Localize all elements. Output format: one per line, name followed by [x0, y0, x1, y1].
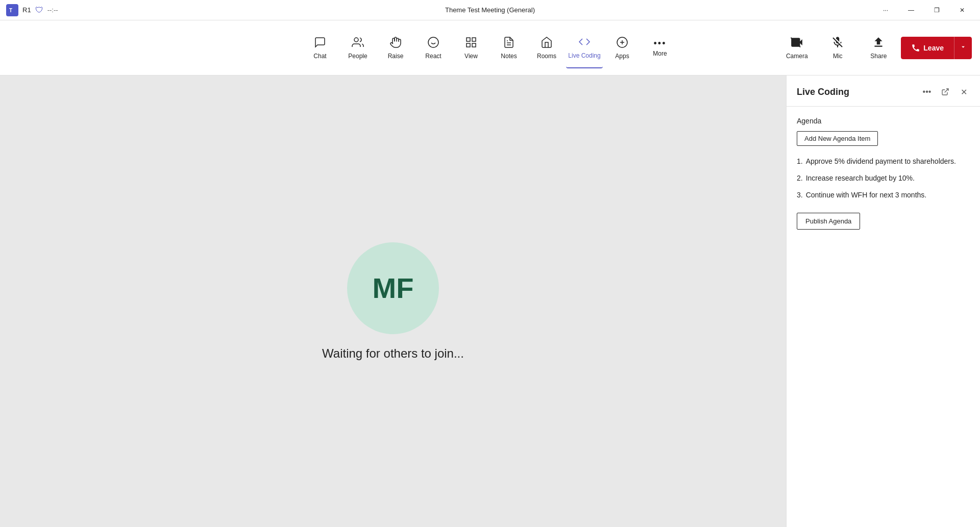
camera-button[interactable]: Camera — [778, 28, 815, 68]
svg-point-2 — [354, 38, 358, 42]
panel-header: Live Coding ••• ✕ — [787, 76, 980, 107]
notes-icon — [503, 36, 515, 51]
raise-icon — [389, 36, 402, 51]
meeting-toolbar: Chat People — [0, 20, 980, 76]
camera-label: Camera — [786, 53, 808, 60]
leave-container: Leave — [901, 37, 972, 59]
agenda-num-2: 2. — [797, 173, 803, 184]
more-options-button[interactable]: ··· — [874, 2, 897, 18]
notes-button[interactable]: Notes — [491, 28, 527, 68]
agenda-text-3: Continue with WFH for next 3 months. — [806, 190, 927, 200]
avatar-initials: MF — [373, 271, 414, 305]
live-coding-label: Live Coding — [568, 52, 600, 59]
panel-actions: ••• ✕ — [919, 84, 972, 100]
mic-label: Mic — [833, 53, 843, 60]
live-coding-button[interactable]: Live Coding — [566, 28, 603, 68]
user-avatar: MF — [347, 242, 439, 334]
more-label: More — [653, 50, 667, 57]
agenda-text-2: Increase research budget by 10%. — [806, 173, 915, 184]
agenda-label: Agenda — [797, 117, 970, 125]
panel-content: Agenda Add New Agenda Item 1. Approve 5%… — [787, 107, 980, 527]
share-button[interactable]: Share — [860, 28, 897, 68]
maximize-button[interactable]: ❐ — [925, 2, 948, 18]
react-icon — [427, 36, 439, 51]
agenda-text-1: Approve 5% dividend payment to sharehold… — [806, 156, 956, 167]
leave-dropdown-button[interactable] — [954, 37, 972, 59]
teams-logo: T — [6, 4, 18, 16]
live-coding-panel: Live Coding ••• ✕ Agenda Add New Agenda … — [786, 76, 980, 527]
camera-icon — [790, 36, 803, 51]
agenda-num-1: 1. — [797, 156, 803, 167]
titlebar: T R1 🛡 --:-- Theme Test Meeting (General… — [0, 0, 980, 20]
svg-rect-9 — [467, 43, 470, 47]
waiting-text: Waiting for others to join... — [322, 346, 464, 361]
window-title: Theme Test Meeting (General) — [445, 6, 535, 14]
apps-icon — [616, 36, 628, 51]
view-icon — [465, 36, 477, 51]
popout-icon — [941, 88, 949, 96]
more-icon: ••• — [654, 39, 667, 48]
agenda-num-3: 3. — [797, 190, 803, 200]
agenda-item-1: 1. Approve 5% dividend payment to shareh… — [797, 156, 970, 167]
svg-rect-7 — [472, 38, 476, 41]
panel-title: Live Coding — [797, 87, 849, 97]
titlebar-left: T R1 🛡 --:-- — [6, 4, 58, 16]
svg-line-15 — [945, 89, 948, 92]
svg-point-3 — [428, 37, 438, 47]
chat-icon — [314, 36, 326, 51]
leave-label: Leave — [923, 44, 944, 52]
people-icon — [352, 36, 364, 51]
agenda-item-3: 3. Continue with WFH for next 3 months. — [797, 190, 970, 200]
time-display: --:-- — [47, 6, 58, 14]
svg-rect-8 — [472, 43, 476, 47]
svg-rect-6 — [467, 38, 470, 41]
svg-text:T: T — [9, 8, 12, 13]
chat-button[interactable]: Chat — [302, 28, 338, 68]
minimize-button[interactable]: — — [899, 2, 923, 18]
video-area: MF Waiting for others to join... — [0, 76, 786, 527]
panel-close-button[interactable]: ✕ — [955, 84, 972, 100]
share-icon — [872, 36, 885, 51]
chat-label: Chat — [313, 53, 326, 60]
rooms-label: Rooms — [537, 53, 556, 60]
rooms-button[interactable]: Rooms — [528, 28, 565, 68]
react-label: React — [425, 53, 441, 60]
panel-more-button[interactable]: ••• — [919, 84, 935, 100]
window-controls: ··· — ❐ ✕ — [874, 2, 974, 18]
mic-icon — [831, 36, 844, 51]
apps-button[interactable]: Apps — [604, 28, 641, 68]
leave-button[interactable]: Leave — [901, 37, 954, 59]
chevron-down-icon — [960, 43, 967, 51]
agenda-item-2: 2. Increase research budget by 10%. — [797, 173, 970, 184]
view-button[interactable]: View — [453, 28, 489, 68]
more-button[interactable]: ••• More — [642, 28, 678, 68]
mic-button[interactable]: Mic — [819, 28, 856, 68]
shield-icon: 🛡 — [35, 6, 43, 15]
apps-label: Apps — [615, 53, 629, 60]
react-button[interactable]: React — [415, 28, 452, 68]
phone-icon — [911, 43, 920, 53]
view-label: View — [464, 53, 478, 60]
people-button[interactable]: People — [339, 28, 376, 68]
app-label: R1 — [22, 6, 31, 14]
live-coding-icon — [578, 36, 591, 50]
panel-popout-button[interactable] — [937, 84, 953, 100]
rooms-icon — [541, 36, 553, 51]
people-label: People — [348, 53, 367, 60]
add-agenda-button[interactable]: Add New Agenda Item — [797, 131, 878, 146]
close-button[interactable]: ✕ — [950, 2, 974, 18]
share-label: Share — [870, 53, 887, 60]
raise-label: Raise — [388, 53, 404, 60]
notes-label: Notes — [501, 53, 517, 60]
publish-agenda-button[interactable]: Publish Agenda — [797, 213, 860, 230]
main-content: MF Waiting for others to join... Live Co… — [0, 76, 980, 527]
raise-button[interactable]: Raise — [377, 28, 414, 68]
